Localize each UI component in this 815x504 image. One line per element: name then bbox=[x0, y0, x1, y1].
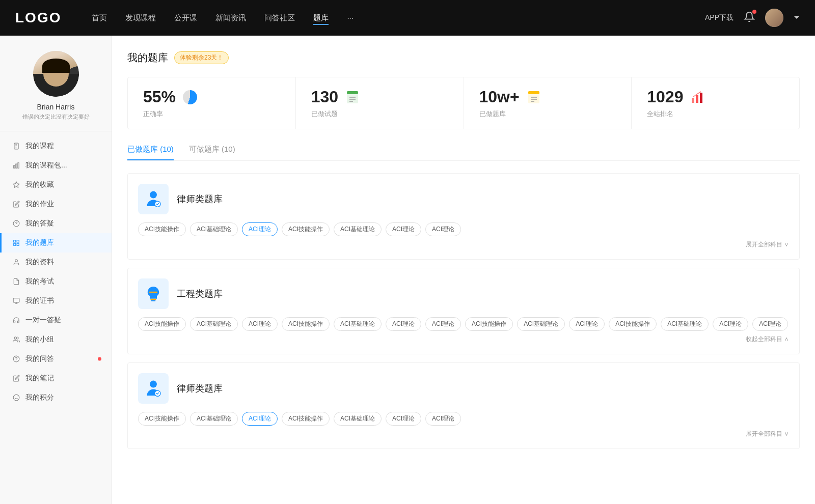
tab-done[interactable]: 已做题库 (10) bbox=[127, 145, 174, 160]
stat-accuracy: 55% 正确率 bbox=[128, 77, 296, 129]
sidebar-item-favorites[interactable]: 我的收藏 bbox=[0, 175, 112, 194]
stat-top-rank: 1029 bbox=[647, 88, 784, 106]
bank-tag-0-2[interactable]: ACI理论 bbox=[242, 222, 278, 236]
bank-tags-0: ACI技能操作ACI基础理论ACI理论ACI技能操作ACI基础理论ACI理论AC… bbox=[138, 222, 789, 236]
bank-tag-0-5[interactable]: ACI理论 bbox=[386, 222, 421, 236]
nav-menu: 首页 发现课程 公开课 新闻资讯 问答社区 题库 ··· bbox=[92, 11, 705, 25]
svg-rect-32 bbox=[692, 98, 694, 103]
bank-tag-0-6[interactable]: ACI理论 bbox=[425, 222, 461, 236]
bank-tag-2-0[interactable]: ACI技能操作 bbox=[138, 412, 186, 426]
svg-rect-5 bbox=[16, 164, 17, 168]
sidebar-item-group[interactable]: 我的小组 bbox=[0, 330, 112, 349]
person-icon bbox=[12, 258, 20, 266]
sidebar-item-qa[interactable]: 我的答疑 bbox=[0, 214, 112, 233]
nav-item-more[interactable]: ··· bbox=[347, 11, 354, 25]
grid-icon bbox=[12, 239, 20, 247]
bank-collapse-1[interactable]: 收起全部科目 ∧ bbox=[138, 335, 789, 344]
nav-item-news[interactable]: 新闻资讯 bbox=[215, 11, 246, 25]
bank-tag-2-1[interactable]: ACI基础理论 bbox=[190, 412, 238, 426]
nav-item-discover[interactable]: 发现课程 bbox=[125, 11, 156, 25]
svg-rect-33 bbox=[696, 95, 698, 103]
trial-badge: 体验剩余23天！ bbox=[174, 51, 229, 64]
bank-tag-1-3[interactable]: ACI技能操作 bbox=[282, 317, 330, 331]
bank-header-1: 工程类题库 bbox=[138, 278, 789, 309]
sidebar-item-homework[interactable]: 我的作业 bbox=[0, 194, 112, 214]
ranking-value: 1029 bbox=[647, 88, 683, 106]
note-green-icon bbox=[344, 89, 361, 105]
svg-rect-37 bbox=[150, 299, 156, 300]
bank-tags-2: ACI技能操作ACI基础理论ACI理论ACI技能操作ACI基础理论ACI理论AC… bbox=[138, 412, 789, 426]
bank-tag-2-3[interactable]: ACI技能操作 bbox=[282, 412, 330, 426]
svg-point-19 bbox=[13, 395, 19, 401]
svg-point-35 bbox=[150, 191, 157, 199]
done-banks-label: 已做题库 bbox=[479, 109, 616, 119]
svg-rect-13 bbox=[17, 243, 19, 245]
sidebar-item-exam[interactable]: 我的考试 bbox=[0, 272, 112, 291]
bank-tag-1-4[interactable]: ACI基础理论 bbox=[334, 317, 382, 331]
sidebar-item-points[interactable]: 我的积分 bbox=[0, 388, 112, 407]
bank-tag-0-1[interactable]: ACI基础理论 bbox=[190, 222, 238, 236]
nav-item-opencourse[interactable]: 公开课 bbox=[174, 11, 197, 25]
sidebar-item-certificate[interactable]: 我的证书 bbox=[0, 291, 112, 311]
page-header: 我的题库 体验剩余23天！ bbox=[127, 51, 800, 65]
headset-icon bbox=[12, 316, 20, 324]
bank-expand-0[interactable]: 展开全部科目 ∨ bbox=[138, 240, 789, 249]
sidebar-item-course-pack[interactable]: 我的课程包... bbox=[0, 156, 112, 175]
sidebar-item-notes[interactable]: 我的笔记 bbox=[0, 369, 112, 388]
bank-icon-engineer bbox=[138, 278, 169, 309]
ranking-label: 全站排名 bbox=[647, 109, 784, 119]
bank-tag-1-11[interactable]: ACI基础理论 bbox=[661, 317, 709, 331]
nav-item-qa[interactable]: 问答社区 bbox=[264, 11, 295, 25]
nav-item-home[interactable]: 首页 bbox=[92, 11, 107, 25]
sidebar-item-profile[interactable]: 我的资料 bbox=[0, 253, 112, 272]
bank-tag-1-10[interactable]: ACI技能操作 bbox=[609, 317, 657, 331]
bank-tag-1-12[interactable]: ACI理论 bbox=[713, 317, 748, 331]
bank-name-1: 工程类题库 bbox=[177, 288, 223, 300]
stat-top-accuracy: 55% bbox=[143, 88, 280, 106]
bank-tag-1-6[interactable]: ACI理论 bbox=[425, 317, 461, 331]
bank-tag-2-6[interactable]: ACI理论 bbox=[425, 412, 461, 426]
bank-tag-1-13[interactable]: ACI理论 bbox=[752, 317, 788, 331]
sidebar-item-my-qa[interactable]: 我的问答 bbox=[0, 349, 112, 369]
svg-marker-7 bbox=[13, 182, 19, 187]
svg-point-14 bbox=[15, 260, 18, 262]
notification-dot bbox=[752, 10, 756, 14]
user-avatar[interactable] bbox=[765, 9, 783, 27]
done-questions-label: 已做试题 bbox=[311, 109, 448, 119]
stat-done-questions: 130 已做试题 bbox=[296, 77, 464, 129]
bank-tag-0-4[interactable]: ACI基础理论 bbox=[334, 222, 382, 236]
user-dropdown-icon[interactable] bbox=[794, 15, 800, 21]
sidebar-menu: 我的课程 我的课程包... 我的收藏 我的作业 bbox=[0, 136, 112, 417]
bank-tag-0-3[interactable]: ACI技能操作 bbox=[282, 222, 330, 236]
stat-top-done-q: 130 bbox=[311, 88, 448, 106]
bank-tag-1-0[interactable]: ACI技能操作 bbox=[138, 317, 186, 331]
bank-expand-2[interactable]: 展开全部科目 ∨ bbox=[138, 430, 789, 438]
tab-available[interactable]: 可做题库 (10) bbox=[189, 145, 235, 160]
bank-tag-1-7[interactable]: ACI技能操作 bbox=[465, 317, 513, 331]
svg-rect-28 bbox=[528, 91, 539, 94]
app-download-button[interactable]: APP下载 bbox=[705, 13, 734, 22]
avatar bbox=[33, 51, 79, 97]
svg-rect-12 bbox=[14, 243, 16, 245]
sidebar-item-one-on-one[interactable]: 一对一答疑 bbox=[0, 311, 112, 330]
svg-rect-34 bbox=[700, 93, 702, 103]
sidebar-item-question-bank[interactable]: 我的题库 bbox=[0, 233, 112, 253]
sidebar-item-my-course[interactable]: 我的课程 bbox=[0, 136, 112, 156]
bank-tag-1-9[interactable]: ACI理论 bbox=[569, 317, 605, 331]
user-name: Brian Harris bbox=[37, 103, 75, 111]
notification-bell[interactable] bbox=[744, 11, 755, 24]
bank-tag-2-5[interactable]: ACI理论 bbox=[386, 412, 421, 426]
bank-tag-1-1[interactable]: ACI基础理论 bbox=[190, 317, 238, 331]
bank-tag-1-2[interactable]: ACI理论 bbox=[242, 317, 278, 331]
svg-rect-38 bbox=[151, 300, 155, 301]
bank-tag-0-0[interactable]: ACI技能操作 bbox=[138, 222, 186, 236]
bank-tag-1-5[interactable]: ACI理论 bbox=[386, 317, 421, 331]
done-banks-value: 10w+ bbox=[479, 88, 520, 106]
bank-tag-2-4[interactable]: ACI基础理论 bbox=[334, 412, 382, 426]
bank-tag-2-2[interactable]: ACI理论 bbox=[242, 412, 278, 426]
bar-chart-red-icon bbox=[689, 89, 705, 105]
bank-tag-1-8[interactable]: ACI基础理论 bbox=[517, 317, 565, 331]
svg-point-40 bbox=[150, 381, 157, 388]
file-icon bbox=[12, 142, 20, 150]
nav-item-questions[interactable]: 题库 bbox=[313, 11, 329, 25]
